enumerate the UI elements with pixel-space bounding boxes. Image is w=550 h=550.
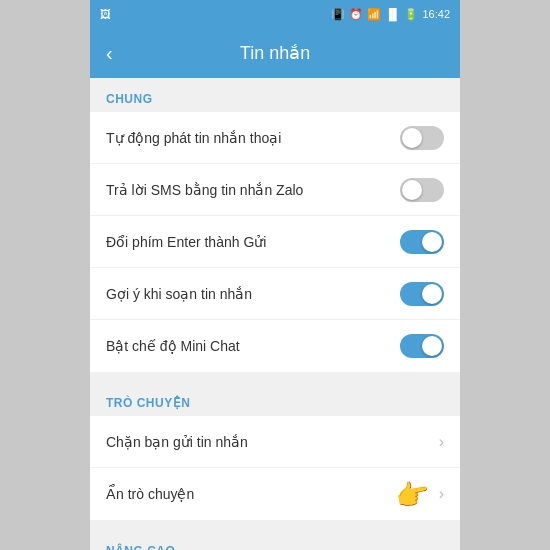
auto-voice-toggle[interactable] bbox=[400, 126, 444, 150]
hide-chat-label: Ẩn trò chuyện bbox=[106, 486, 194, 502]
signal-icon: ▐▌ bbox=[385, 8, 401, 20]
auto-voice-label: Tự động phát tin nhắn thoại bbox=[106, 130, 281, 146]
notification-icon: 🖼 bbox=[100, 8, 111, 20]
section-body-chung: Tự động phát tin nhắn thoại Trả lời SMS … bbox=[90, 112, 460, 372]
setting-row-enter-send: Đổi phím Enter thành Gửi bbox=[90, 216, 460, 268]
suggestion-toggle[interactable] bbox=[400, 282, 444, 306]
setting-row-auto-voice: Tự động phát tin nhắn thoại bbox=[90, 112, 460, 164]
setting-row-suggestion: Gợi ý khi soạn tin nhắn bbox=[90, 268, 460, 320]
setting-row-mini-chat: Bật chế độ Mini Chat bbox=[90, 320, 460, 372]
mini-chat-label: Bật chế độ Mini Chat bbox=[106, 338, 240, 354]
section-body-tro-chuyen: Chặn bạn gửi tin nhắn › Ẩn trò chuyện 👉 … bbox=[90, 416, 460, 520]
enter-send-label: Đổi phím Enter thành Gửi bbox=[106, 234, 266, 250]
hand-pointer-icon: 👉 bbox=[392, 475, 432, 514]
page-title: Tin nhắn bbox=[240, 42, 310, 64]
alarm-icon: ⏰ bbox=[349, 8, 363, 21]
section-header-nang-cao: NÂNG CAO bbox=[90, 530, 460, 550]
mini-chat-toggle[interactable] bbox=[400, 334, 444, 358]
sms-reply-toggle[interactable] bbox=[400, 178, 444, 202]
status-bar-left: 🖼 bbox=[100, 8, 111, 20]
suggestion-knob bbox=[422, 284, 442, 304]
block-friends-label: Chặn bạn gửi tin nhắn bbox=[106, 434, 248, 450]
time-display: 16:42 bbox=[422, 8, 450, 20]
chevron-icon-block: › bbox=[439, 433, 444, 451]
sms-reply-knob bbox=[402, 180, 422, 200]
vibrate-icon: 📳 bbox=[331, 8, 345, 21]
wifi-icon: 📶 bbox=[367, 8, 381, 21]
settings-content: CHUNG Tự động phát tin nhắn thoại Trả lờ… bbox=[90, 78, 460, 550]
mini-chat-knob bbox=[422, 336, 442, 356]
app-header: ‹ Tin nhắn bbox=[90, 28, 460, 78]
auto-voice-knob bbox=[402, 128, 422, 148]
gap-1 bbox=[90, 372, 460, 382]
chevron-icon-hide: › bbox=[439, 485, 444, 503]
setting-row-block-friends[interactable]: Chặn bạn gửi tin nhắn › bbox=[90, 416, 460, 468]
status-bar-right: 📳 ⏰ 📶 ▐▌ 🔋 16:42 bbox=[331, 8, 450, 21]
gap-2 bbox=[90, 520, 460, 530]
back-button[interactable]: ‹ bbox=[106, 42, 113, 65]
suggestion-label: Gợi ý khi soạn tin nhắn bbox=[106, 286, 252, 302]
section-header-chung: CHUNG bbox=[90, 78, 460, 112]
phone-frame: 🖼 📳 ⏰ 📶 ▐▌ 🔋 16:42 ‹ Tin nhắn CHUNG Tự đ… bbox=[90, 0, 460, 550]
sms-reply-label: Trả lời SMS bằng tin nhắn Zalo bbox=[106, 182, 303, 198]
battery-icon: 🔋 bbox=[404, 8, 418, 21]
enter-send-knob bbox=[422, 232, 442, 252]
status-bar: 🖼 📳 ⏰ 📶 ▐▌ 🔋 16:42 bbox=[90, 0, 460, 28]
setting-row-sms-reply: Trả lời SMS bằng tin nhắn Zalo bbox=[90, 164, 460, 216]
setting-row-hide-chat[interactable]: Ẩn trò chuyện 👉 › bbox=[90, 468, 460, 520]
section-header-tro-chuyen: TRÒ CHUYỆN bbox=[90, 382, 460, 416]
enter-send-toggle[interactable] bbox=[400, 230, 444, 254]
